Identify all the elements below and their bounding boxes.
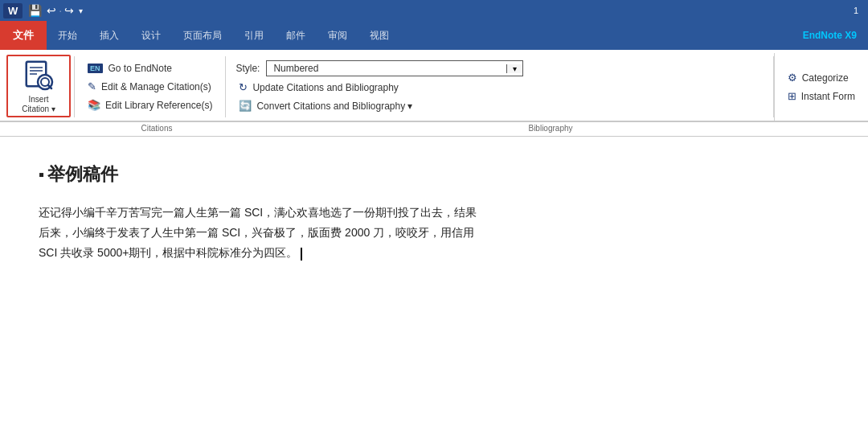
- redo-icon[interactable]: ↪: [62, 2, 76, 18]
- word-icon: W: [3, 3, 23, 18]
- paragraph-3-text: SCI 共收录 5000+期刊，根据中科院标准分为四区。: [39, 246, 297, 259]
- edit-library-action[interactable]: 📚 Edit Library Reference(s): [84, 97, 215, 113]
- style-label: Style:: [235, 63, 260, 74]
- go-to-endnote-label: Go to EndNote: [108, 63, 172, 74]
- endnote-en-icon: EN: [88, 64, 103, 73]
- tab-mailings[interactable]: 邮件: [275, 21, 317, 50]
- bibliography-group: Style: Numbered ▾ ↻ Update Citations and…: [226, 53, 772, 121]
- page-number: 1: [854, 6, 865, 15]
- instant-form-label: Instant Form: [801, 91, 855, 102]
- update-icon: ↻: [239, 81, 248, 93]
- go-to-endnote-action[interactable]: EN Go to EndNote: [84, 61, 215, 76]
- citations-group: EN Go to EndNote ✎ Edit & Manage Citatio…: [75, 53, 225, 121]
- style-dropdown-arrow[interactable]: ▾: [506, 64, 522, 73]
- categorize-label: Categorize: [802, 72, 849, 84]
- edit-manage-icon: ✎: [88, 80, 96, 92]
- style-select-container[interactable]: Numbered ▾: [266, 60, 523, 76]
- convert-icon: 🔄: [239, 100, 252, 112]
- style-row: Style: Numbered ▾: [235, 60, 763, 76]
- undo-icon[interactable]: ↩: [44, 2, 59, 18]
- paragraph-2: 后来，小编终于发表了人生中第一篇 SCI，兴奋极了，版面费 2000 刀，咬咬牙…: [39, 223, 829, 243]
- spacer-left: [0, 122, 80, 136]
- ribbon-content: Insert Citation ▾ EN Go to EndNote ✎ Edi…: [0, 50, 868, 122]
- categorize-action[interactable]: ⚙ Categorize: [784, 70, 858, 85]
- insert-citation-label: Insert Citation ▾: [22, 95, 55, 114]
- edit-manage-label: Edit & Manage Citation(s): [101, 81, 211, 92]
- tab-bar: 文件 开始 插入 设计 页面布局 引用 邮件 审阅 视图 EndNote X9: [0, 21, 868, 50]
- edit-library-label: Edit Library Reference(s): [105, 100, 212, 111]
- paragraph-2-text: 后来，小编终于发表了人生中第一篇 SCI，兴奋极了，版面费 2000 刀，咬咬牙…: [39, 226, 474, 239]
- convert-citations-label: Convert Citations and Bibliography ▾: [256, 101, 412, 112]
- citations-group-label: Citations: [80, 122, 233, 136]
- tab-layout[interactable]: 页面布局: [172, 21, 233, 50]
- tab-review[interactable]: 审阅: [317, 21, 358, 50]
- edit-library-icon: 📚: [88, 99, 100, 111]
- paragraph-3: SCI 共收录 5000+期刊，根据中科院标准分为四区。: [39, 243, 829, 263]
- document-title: 举例稿件: [39, 162, 829, 187]
- document-body: 举例稿件 还记得小编千辛万苦写完一篇人生第一篇 SCI，满心欢喜地选了一份期刊投…: [0, 137, 868, 277]
- convert-citations-action[interactable]: 🔄 Convert Citations and Bibliography ▾: [235, 98, 763, 113]
- paragraph-1: 还记得小编千辛万苦写完一篇人生第一篇 SCI，满心欢喜地选了一份期刊投了出去，结…: [39, 203, 829, 223]
- tab-insert[interactable]: 插入: [88, 21, 130, 50]
- tab-view[interactable]: 视图: [358, 21, 400, 50]
- text-cursor: [301, 248, 302, 261]
- paragraph-1-text: 还记得小编千辛万苦写完一篇人生第一篇 SCI，满心欢喜地选了一份期刊投了出去，结…: [39, 206, 477, 219]
- tab-references[interactable]: 引用: [233, 21, 275, 50]
- insert-citation-button[interactable]: Insert Citation ▾: [6, 55, 71, 117]
- instant-form-icon: ⊞: [788, 90, 796, 102]
- style-value: Numbered: [267, 61, 506, 76]
- update-citations-label: Update Citations and Bibliography: [252, 82, 398, 93]
- tab-file[interactable]: 文件: [0, 21, 47, 50]
- insert-citation-icon: [19, 58, 58, 93]
- group-labels: Citations Bibliography: [0, 122, 868, 137]
- save-icon[interactable]: 💾: [26, 2, 44, 18]
- tab-design[interactable]: 设计: [130, 21, 172, 50]
- categorize-icon: ⚙: [788, 72, 797, 84]
- more-icon[interactable]: ▾: [76, 5, 85, 17]
- tab-endnote[interactable]: EndNote X9: [792, 21, 868, 50]
- quick-access-toolbar: W 💾 ↩ · ↪ ▾ 1: [0, 0, 868, 21]
- right-actions-group: ⚙ Categorize ⊞ Instant Form: [774, 53, 868, 121]
- tab-home[interactable]: 开始: [47, 21, 88, 50]
- bibliography-group-label: Bibliography: [233, 122, 868, 136]
- instant-form-action[interactable]: ⊞ Instant Form: [784, 88, 858, 104]
- edit-manage-action[interactable]: ✎ Edit & Manage Citation(s): [84, 79, 215, 94]
- update-citations-action[interactable]: ↻ Update Citations and Bibliography: [235, 80, 763, 95]
